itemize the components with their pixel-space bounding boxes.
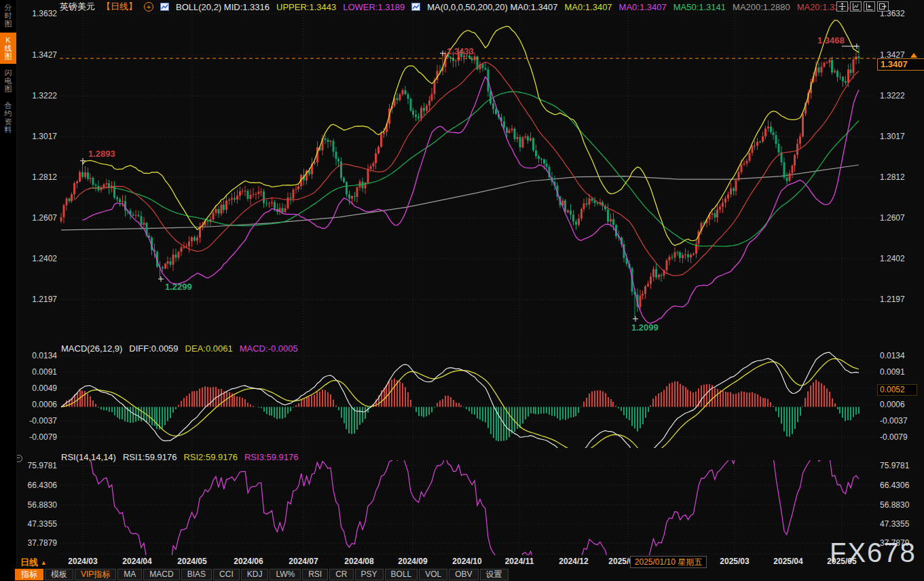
- watermark: FX678: [830, 538, 917, 568]
- toolbar-button-MACD[interactable]: MACD: [143, 569, 179, 580]
- toolbar-button-设置[interactable]: 设置: [480, 569, 509, 580]
- toolbar-button-模板[interactable]: 模板: [45, 569, 73, 580]
- toolbar-button-VOL[interactable]: VOL: [419, 569, 447, 580]
- sidebar-tab-char: 图: [5, 85, 12, 93]
- toolbar-button-CR[interactable]: CR: [329, 569, 353, 580]
- price-annotation: 1.2099: [631, 322, 659, 333]
- toolbar-button-BOLL[interactable]: BOLL: [385, 569, 418, 580]
- rsi2-value: RSI2:59.9176: [183, 452, 238, 462]
- sidebar-tab-char: 闪: [5, 69, 12, 77]
- x-axis-month-label: 2024/08: [332, 557, 386, 566]
- x-axis-month-label: 2025/03: [707, 557, 762, 566]
- indicator-chart-icon[interactable]: [160, 3, 169, 11]
- x-axis-month-label: 2025/04: [761, 557, 815, 566]
- period-tag[interactable]: 【日线】: [102, 1, 137, 13]
- toolbar-button-PSY[interactable]: PSY: [355, 569, 384, 580]
- macd-diff-value: DIFF:0.0059: [129, 343, 178, 354]
- price-annotation: 1.3433: [447, 46, 474, 56]
- sidebar-tab-char: 图: [5, 20, 12, 28]
- macd-dea-value: DEA:0.0061: [185, 343, 233, 354]
- sidebar-tab-char: 线: [5, 44, 12, 52]
- toolbar-button-RSI[interactable]: RSI: [302, 569, 328, 580]
- indicator-segment-1: BOLL(20,2) MID:1.3316: [176, 2, 270, 12]
- axis-tick-label: 1.3017: [18, 132, 57, 141]
- sidebar-tab-char: K: [5, 36, 10, 44]
- axis-tick-label: 0.0091: [18, 367, 57, 377]
- sidebar-tab-4[interactable]: 合约资料: [0, 98, 16, 137]
- price-annotation: 1.3468: [817, 35, 845, 45]
- price-annotation: 1.2299: [165, 282, 192, 292]
- rsi-panel-header: RSI(14,14,14) RSI1:59.9176 RSI2:59.9176 …: [61, 452, 298, 462]
- sidebar-tab-char: 约: [5, 109, 12, 117]
- price-annotation: 1.2893: [88, 149, 115, 159]
- axis-tick-label: 75.9781: [880, 461, 922, 470]
- axis-tick-label: 75.9781: [18, 461, 57, 470]
- sidebar-tab-char: 分: [5, 3, 12, 12]
- candlestick-chart-canvas[interactable]: 1.28931.22991.34331.20991.3468: [0, 0, 924, 581]
- indicator-chart-icon[interactable]: [411, 3, 420, 11]
- macd-panel-header: MACD(26,12,9) DIFF:0.0059 DEA:0.0061 MAC…: [61, 343, 298, 353]
- x-axis-month-label: 2024/05: [165, 557, 219, 566]
- chevron-up-icon: ▲: [41, 559, 47, 566]
- toolbar-button-OBV[interactable]: OBV: [449, 569, 478, 580]
- chart-window-controls: [836, 1, 889, 12]
- sidebar-tab-char: 资: [5, 117, 12, 126]
- axis-tick-label: 1.3427: [18, 50, 57, 60]
- axis-tick-label: 56.8830: [880, 500, 922, 510]
- rsi3-value: RSI3:59.9176: [244, 452, 299, 462]
- toolbar-button-BIAS[interactable]: BIAS: [181, 569, 212, 580]
- x-axis-month-label: 2024/10: [440, 557, 494, 566]
- trading-app-root: 1.28931.22991.34331.20991.3468 分时图K线图闪电图…: [0, 0, 924, 581]
- axis-tick-label: 1.2197: [18, 295, 57, 304]
- axis-tick-label: 56.8830: [18, 500, 57, 510]
- x-axis-month-label: 2024/09: [386, 557, 440, 566]
- toolbar-button-KDJ[interactable]: KDJ: [241, 569, 269, 580]
- axis-tick-label: 47.3355: [880, 519, 922, 529]
- sidebar-tab-3[interactable]: 闪电图: [0, 65, 16, 96]
- sidebar-tab-char: 料: [5, 126, 12, 134]
- toolbar-button-指标[interactable]: 指标: [15, 569, 43, 580]
- macd-title: MACD(26,12,9): [61, 343, 122, 354]
- axis-tick-label: 1.3632: [18, 9, 57, 18]
- macd-hist-value: MACD:-0.0005: [240, 343, 298, 354]
- indicator-segment-4: MA(0,0,0,50,200,20) MA0:1.3407: [427, 2, 557, 12]
- price-marker-icon: [910, 53, 917, 58]
- indicator-segment-7: MA50:1.3141: [673, 2, 726, 12]
- toolbar-button-LW%[interactable]: LW%: [270, 569, 301, 580]
- compress-axis-icon[interactable]: [850, 1, 862, 12]
- x-axis-month-label: 2024/03: [56, 557, 110, 566]
- axis-tick-label: 0.0049: [18, 383, 57, 393]
- current-price-label: 1.3407: [877, 58, 924, 71]
- axis-tick-label: 66.4306: [18, 481, 57, 490]
- sidebar-tab-2[interactable]: K线图: [0, 33, 16, 64]
- period-selector[interactable]: 日线 ▲: [20, 557, 47, 569]
- add-indicator-icon[interactable]: +: [144, 2, 153, 12]
- axis-tick-label: 1.2812: [18, 172, 57, 182]
- indicator-segment-5: MA0:1.3407: [564, 2, 612, 12]
- x-axis-month-label: 2024/04: [110, 557, 164, 566]
- axis-tick-label: 0.0134: [18, 351, 57, 360]
- axis-tick-label: 1.3017: [880, 132, 922, 141]
- axis-tick-label: 1.3222: [18, 91, 57, 100]
- axis-tick-label: 1.2402: [880, 254, 922, 263]
- page-shift-icon[interactable]: [877, 1, 889, 12]
- x-axis-month-label: 2024/11: [492, 557, 547, 566]
- sidebar-tab-1[interactable]: 分时图: [0, 0, 16, 31]
- toolbar-button-CCI[interactable]: CCI: [213, 569, 240, 580]
- toolbar-button-VIP指标[interactable]: VIP指标: [75, 569, 116, 580]
- sidebar-tab-char: 时: [5, 12, 12, 20]
- indicator-segment-6: MA0:1.3407: [619, 2, 667, 12]
- axis-tick-label: 0.0091: [880, 367, 922, 377]
- toolbar-button-MA[interactable]: MA: [117, 569, 142, 580]
- indicator-segment-8: MA200:1.2880: [733, 2, 790, 12]
- axis-tick-label: 47.3355: [18, 519, 57, 529]
- axis-tick-label: -0.0079: [18, 432, 57, 442]
- x-axis-month-label: 2024/07: [276, 557, 331, 566]
- axis-tick-label: 1.2197: [880, 295, 922, 304]
- indicator-header: 英镑美元 【日线】 + BOLL(20,2) MID:1.3316UPPER:1…: [60, 1, 849, 12]
- sidebar-tab-char: 电: [5, 77, 12, 85]
- move-icon[interactable]: [836, 1, 848, 12]
- expand-axis-icon[interactable]: [864, 1, 875, 12]
- sidebar-tab-char: 合: [5, 101, 12, 109]
- axis-tick-label: 1.2607: [18, 213, 57, 223]
